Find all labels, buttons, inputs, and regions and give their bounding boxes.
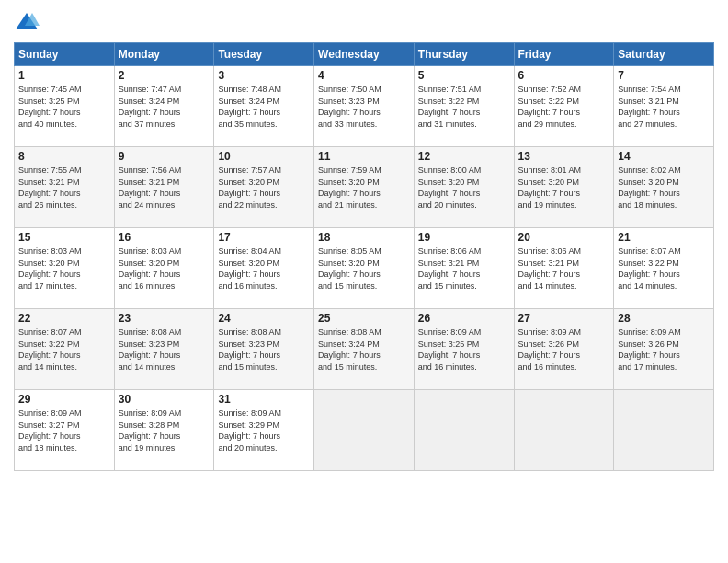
week-row-1: 1Sunrise: 7:45 AM Sunset: 3:25 PM Daylig… [15,66,714,147]
day-number: 24 [218,312,310,325]
logo-icon [14,9,40,35]
day-number: 5 [418,69,510,82]
weekday-wednesday: Wednesday [314,43,415,66]
day-info: Sunrise: 7:48 AM Sunset: 3:24 PM Dayligh… [218,84,310,130]
weekday-sunday: Sunday [15,43,115,66]
day-number: 19 [418,231,510,244]
page: SundayMondayTuesdayWednesdayThursdayFrid… [0,0,728,563]
calendar: SundayMondayTuesdayWednesdayThursdayFrid… [14,42,714,471]
day-info: Sunrise: 7:55 AM Sunset: 3:21 PM Dayligh… [18,165,110,211]
weekday-saturday: Saturday [614,43,714,66]
weekday-header-row: SundayMondayTuesdayWednesdayThursdayFrid… [15,43,714,66]
logo [14,9,43,35]
day-number: 12 [418,150,510,163]
day-info: Sunrise: 8:01 AM Sunset: 3:20 PM Dayligh… [518,165,610,211]
day-cell: 20Sunrise: 8:06 AM Sunset: 3:21 PM Dayli… [514,228,614,309]
day-number: 30 [119,393,210,406]
day-number: 26 [418,312,510,325]
day-number: 10 [218,150,310,163]
day-cell: 15Sunrise: 8:03 AM Sunset: 3:20 PM Dayli… [15,228,115,309]
day-info: Sunrise: 8:08 AM Sunset: 3:23 PM Dayligh… [218,327,310,373]
day-cell [414,390,514,471]
day-cell: 28Sunrise: 8:09 AM Sunset: 3:26 PM Dayli… [614,309,714,390]
day-cell: 14Sunrise: 8:02 AM Sunset: 3:20 PM Dayli… [614,147,714,228]
day-cell: 27Sunrise: 8:09 AM Sunset: 3:26 PM Dayli… [514,309,614,390]
day-number: 31 [218,393,310,406]
day-cell: 29Sunrise: 8:09 AM Sunset: 3:27 PM Dayli… [15,390,115,471]
day-info: Sunrise: 8:02 AM Sunset: 3:20 PM Dayligh… [618,165,710,211]
day-number: 2 [119,69,210,82]
header [14,9,714,35]
day-cell: 2Sunrise: 7:47 AM Sunset: 3:24 PM Daylig… [114,66,214,147]
day-cell: 30Sunrise: 8:09 AM Sunset: 3:28 PM Dayli… [114,390,214,471]
day-info: Sunrise: 8:05 AM Sunset: 3:20 PM Dayligh… [318,246,410,292]
day-info: Sunrise: 7:51 AM Sunset: 3:22 PM Dayligh… [418,84,510,130]
day-info: Sunrise: 7:57 AM Sunset: 3:20 PM Dayligh… [218,165,310,211]
day-info: Sunrise: 7:56 AM Sunset: 3:21 PM Dayligh… [119,165,210,211]
day-number: 23 [119,312,210,325]
day-info: Sunrise: 8:09 AM Sunset: 3:29 PM Dayligh… [218,408,310,454]
day-cell: 22Sunrise: 8:07 AM Sunset: 3:22 PM Dayli… [15,309,115,390]
day-number: 1 [18,69,110,82]
day-cell: 4Sunrise: 7:50 AM Sunset: 3:23 PM Daylig… [314,66,415,147]
day-number: 16 [119,231,210,244]
day-cell: 3Sunrise: 7:48 AM Sunset: 3:24 PM Daylig… [214,66,314,147]
day-info: Sunrise: 8:08 AM Sunset: 3:24 PM Dayligh… [318,327,410,373]
day-cell: 19Sunrise: 8:06 AM Sunset: 3:21 PM Dayli… [414,228,514,309]
day-number: 6 [518,69,610,82]
day-cell: 26Sunrise: 8:09 AM Sunset: 3:25 PM Dayli… [414,309,514,390]
day-cell: 1Sunrise: 7:45 AM Sunset: 3:25 PM Daylig… [15,66,115,147]
day-info: Sunrise: 8:09 AM Sunset: 3:28 PM Dayligh… [119,408,210,454]
week-row-4: 22Sunrise: 8:07 AM Sunset: 3:22 PM Dayli… [15,309,714,390]
week-row-5: 29Sunrise: 8:09 AM Sunset: 3:27 PM Dayli… [15,390,714,471]
day-cell: 23Sunrise: 8:08 AM Sunset: 3:23 PM Dayli… [114,309,214,390]
day-info: Sunrise: 8:08 AM Sunset: 3:23 PM Dayligh… [119,327,210,373]
day-info: Sunrise: 8:09 AM Sunset: 3:26 PM Dayligh… [618,327,710,373]
day-cell: 5Sunrise: 7:51 AM Sunset: 3:22 PM Daylig… [414,66,514,147]
day-cell: 11Sunrise: 7:59 AM Sunset: 3:20 PM Dayli… [314,147,415,228]
day-info: Sunrise: 7:54 AM Sunset: 3:21 PM Dayligh… [618,84,710,130]
day-cell: 7Sunrise: 7:54 AM Sunset: 3:21 PM Daylig… [614,66,714,147]
day-number: 18 [318,231,410,244]
day-cell: 31Sunrise: 8:09 AM Sunset: 3:29 PM Dayli… [214,390,314,471]
day-info: Sunrise: 8:09 AM Sunset: 3:26 PM Dayligh… [518,327,610,373]
day-info: Sunrise: 8:06 AM Sunset: 3:21 PM Dayligh… [518,246,610,292]
week-row-3: 15Sunrise: 8:03 AM Sunset: 3:20 PM Dayli… [15,228,714,309]
day-cell: 18Sunrise: 8:05 AM Sunset: 3:20 PM Dayli… [314,228,415,309]
day-info: Sunrise: 8:07 AM Sunset: 3:22 PM Dayligh… [618,246,710,292]
day-cell [314,390,415,471]
day-number: 13 [518,150,610,163]
day-info: Sunrise: 7:45 AM Sunset: 3:25 PM Dayligh… [18,84,110,130]
day-info: Sunrise: 7:50 AM Sunset: 3:23 PM Dayligh… [318,84,410,130]
day-number: 22 [18,312,110,325]
day-number: 14 [618,150,710,163]
day-number: 25 [318,312,410,325]
day-number: 28 [618,312,710,325]
weekday-thursday: Thursday [414,43,514,66]
day-number: 11 [318,150,410,163]
day-info: Sunrise: 8:07 AM Sunset: 3:22 PM Dayligh… [18,327,110,373]
day-info: Sunrise: 8:06 AM Sunset: 3:21 PM Dayligh… [418,246,510,292]
day-number: 17 [218,231,310,244]
day-info: Sunrise: 8:03 AM Sunset: 3:20 PM Dayligh… [18,246,110,292]
day-number: 27 [518,312,610,325]
day-cell: 13Sunrise: 8:01 AM Sunset: 3:20 PM Dayli… [514,147,614,228]
day-info: Sunrise: 7:47 AM Sunset: 3:24 PM Dayligh… [119,84,210,130]
day-number: 7 [618,69,710,82]
day-number: 3 [218,69,310,82]
day-info: Sunrise: 7:59 AM Sunset: 3:20 PM Dayligh… [318,165,410,211]
day-number: 8 [18,150,110,163]
day-number: 20 [518,231,610,244]
day-number: 21 [618,231,710,244]
day-info: Sunrise: 7:52 AM Sunset: 3:22 PM Dayligh… [518,84,610,130]
day-cell: 8Sunrise: 7:55 AM Sunset: 3:21 PM Daylig… [15,147,115,228]
day-info: Sunrise: 8:04 AM Sunset: 3:20 PM Dayligh… [218,246,310,292]
day-cell [614,390,714,471]
day-cell: 10Sunrise: 7:57 AM Sunset: 3:20 PM Dayli… [214,147,314,228]
week-row-2: 8Sunrise: 7:55 AM Sunset: 3:21 PM Daylig… [15,147,714,228]
day-info: Sunrise: 8:03 AM Sunset: 3:20 PM Dayligh… [119,246,210,292]
day-cell: 9Sunrise: 7:56 AM Sunset: 3:21 PM Daylig… [114,147,214,228]
day-number: 15 [18,231,110,244]
day-cell: 25Sunrise: 8:08 AM Sunset: 3:24 PM Dayli… [314,309,415,390]
day-number: 9 [119,150,210,163]
